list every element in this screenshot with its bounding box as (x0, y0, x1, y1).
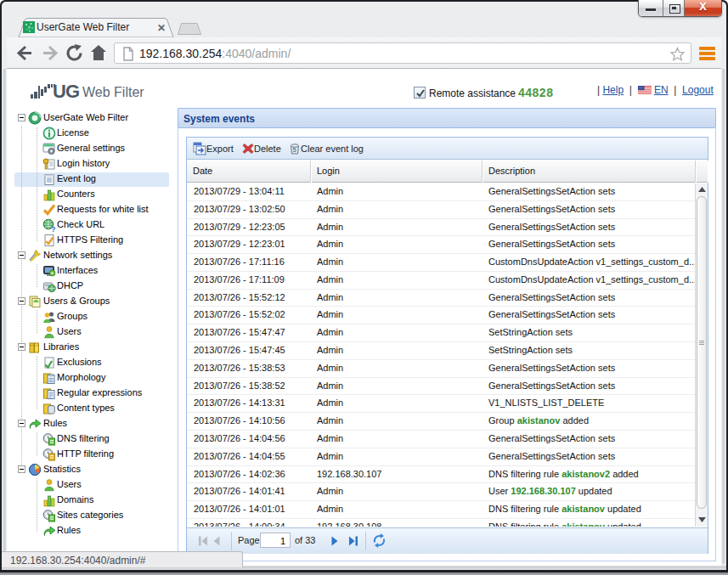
svg-text:5: 5 (292, 146, 296, 154)
svg-text:?: ? (51, 225, 56, 233)
